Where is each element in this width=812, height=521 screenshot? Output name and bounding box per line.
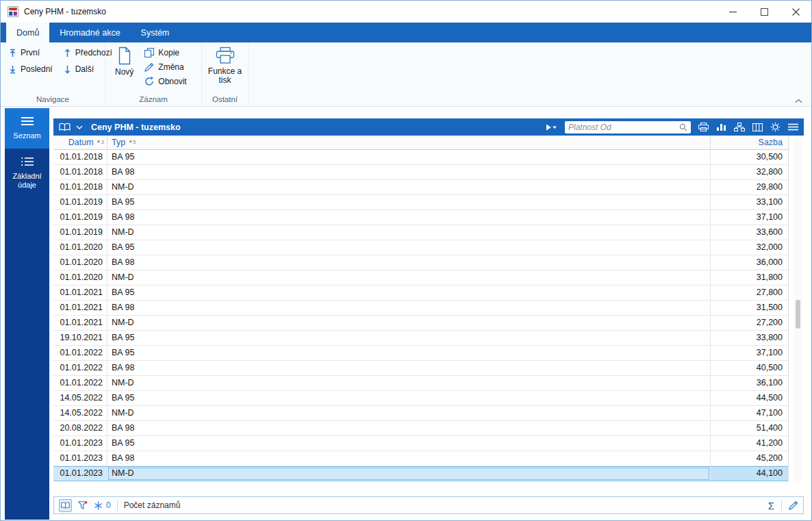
table-row[interactable]: 01.01.2021BA 9831,500 xyxy=(53,301,788,316)
cell-typ[interactable]: BA 95 xyxy=(107,240,710,255)
column-header-sazba[interactable]: Sazba xyxy=(710,136,788,149)
copy-button[interactable]: Kopie xyxy=(144,48,186,58)
cell-datum[interactable]: 01.01.2019 xyxy=(53,195,107,209)
close-button[interactable] xyxy=(780,1,811,23)
table-row[interactable]: 01.01.2020BA 9836,000 xyxy=(53,255,788,270)
cell-sazba[interactable]: 36,100 xyxy=(710,376,788,390)
first-button[interactable]: První xyxy=(9,48,53,58)
cell-sazba[interactable]: 29,800 xyxy=(710,180,788,194)
refresh-button[interactable]: Obnovit xyxy=(144,77,186,86)
cell-typ[interactable]: NM-D xyxy=(107,376,710,390)
cell-sazba[interactable]: 44,500 xyxy=(710,391,788,405)
statusbar-columns-button[interactable] xyxy=(59,499,72,512)
minimize-button[interactable] xyxy=(717,1,748,23)
cell-typ[interactable]: BA 98 xyxy=(107,451,710,466)
cell-typ[interactable]: BA 95 xyxy=(107,391,710,405)
cell-sazba[interactable]: 30,500 xyxy=(710,150,788,164)
cell-datum[interactable]: 01.01.2022 xyxy=(53,346,107,360)
table-row[interactable]: 01.01.2018BA 9832,800 xyxy=(53,165,788,180)
new-button[interactable]: Nový xyxy=(115,47,134,95)
table-row[interactable]: 20.08.2022BA 9851,400 xyxy=(53,421,788,436)
gear-icon[interactable] xyxy=(770,122,781,132)
change-button[interactable]: Změna xyxy=(144,62,186,72)
cell-sazba[interactable]: 31,500 xyxy=(710,301,788,315)
cell-datum[interactable]: 01.01.2021 xyxy=(53,301,107,315)
cell-sazba[interactable]: 47,100 xyxy=(710,406,788,420)
sidebar-item-zakladni-udaje[interactable]: Základní údaje xyxy=(5,149,49,198)
table-row[interactable]: 01.01.2022NM-D36,100 xyxy=(53,376,788,391)
cell-typ[interactable]: BA 95 xyxy=(107,285,710,300)
cell-typ[interactable]: BA 95 xyxy=(107,195,710,209)
table-row[interactable]: 01.01.2021NM-D27,200 xyxy=(53,316,788,331)
table-row[interactable]: 01.01.2020NM-D31,800 xyxy=(53,270,788,285)
cell-datum[interactable]: 14.05.2022 xyxy=(53,391,107,405)
cell-sazba[interactable]: 40,500 xyxy=(710,361,788,375)
cell-sazba[interactable]: 27,200 xyxy=(710,316,788,330)
chevron-down-icon[interactable] xyxy=(76,125,83,129)
table-row[interactable]: 01.01.2018BA 9530,500 xyxy=(53,150,788,165)
cell-typ[interactable]: BA 95 xyxy=(107,436,710,450)
cell-typ[interactable]: BA 98 xyxy=(107,301,710,315)
run-action-icon[interactable] xyxy=(546,124,557,131)
cell-typ[interactable]: BA 95 xyxy=(107,150,710,164)
cell-datum[interactable]: 01.01.2023 xyxy=(53,436,107,450)
chart-icon[interactable] xyxy=(716,123,726,131)
search-input[interactable] xyxy=(568,123,679,132)
cell-typ[interactable]: NM-D xyxy=(107,406,710,420)
columns-icon[interactable] xyxy=(752,123,763,131)
vertical-scrollbar[interactable] xyxy=(794,136,802,481)
cell-sazba[interactable]: 45,200 xyxy=(710,451,788,466)
table-row[interactable]: 14.05.2022BA 9544,500 xyxy=(53,391,788,406)
tab-hromadne-akce[interactable]: Hromadné akce xyxy=(49,23,130,42)
cell-sazba[interactable]: 36,000 xyxy=(710,255,788,270)
cell-sazba[interactable]: 44,100 xyxy=(710,467,788,481)
table-row[interactable]: 19.10.2021BA 9533,800 xyxy=(53,331,788,346)
cell-typ[interactable]: NM-D xyxy=(107,467,710,481)
cell-sazba[interactable]: 27,800 xyxy=(710,285,788,300)
structure-icon[interactable] xyxy=(734,123,745,131)
cell-typ[interactable]: NM-D xyxy=(107,270,710,285)
table-row[interactable]: 01.01.2023BA 9845,200 xyxy=(53,451,788,466)
cell-sazba[interactable]: 31,800 xyxy=(710,270,788,285)
cell-sazba[interactable]: 33,800 xyxy=(710,331,788,345)
scrollbar-thumb[interactable] xyxy=(796,300,800,329)
cell-datum[interactable]: 01.01.2019 xyxy=(53,225,107,240)
cell-datum[interactable]: 20.08.2022 xyxy=(53,421,107,435)
menu-icon[interactable] xyxy=(788,123,798,131)
tab-domu[interactable]: Domů xyxy=(6,23,49,42)
cell-datum[interactable]: 01.01.2022 xyxy=(53,376,107,390)
cell-typ[interactable]: BA 98 xyxy=(107,210,710,225)
cell-sazba[interactable]: 33,100 xyxy=(710,195,788,209)
table-row[interactable]: 01.01.2019BA 9837,100 xyxy=(53,210,788,225)
cell-datum[interactable]: 01.01.2020 xyxy=(53,255,107,270)
table-row[interactable]: 01.01.2018NM-D29,800 xyxy=(53,180,788,195)
cell-datum[interactable]: 01.01.2020 xyxy=(53,240,107,255)
cell-datum[interactable]: 01.01.2020 xyxy=(53,270,107,285)
ribbon-collapse-chevron-icon[interactable] xyxy=(795,99,802,103)
maximize-button[interactable] xyxy=(748,1,780,23)
cell-datum[interactable]: 19.10.2021 xyxy=(53,331,107,345)
cell-typ[interactable]: BA 95 xyxy=(107,331,710,345)
cell-sazba[interactable]: 51,400 xyxy=(710,421,788,435)
cell-typ[interactable]: BA 98 xyxy=(107,361,710,375)
table-row[interactable]: 01.01.2019NM-D33,600 xyxy=(53,225,788,240)
edit-pencil-icon[interactable] xyxy=(789,500,798,510)
cell-datum[interactable]: 01.01.2023 xyxy=(53,451,107,466)
cell-datum[interactable]: 01.01.2018 xyxy=(53,180,107,194)
cell-sazba[interactable]: 41,200 xyxy=(710,436,788,450)
cell-typ[interactable]: NM-D xyxy=(107,316,710,330)
column-header-typ[interactable]: Typ ▲5 xyxy=(107,136,710,149)
table-row[interactable]: 01.01.2023NM-D44,100 xyxy=(53,466,788,481)
snowflake-icon[interactable] xyxy=(94,501,103,510)
last-button[interactable]: Poslední xyxy=(9,64,53,74)
cell-sazba[interactable]: 37,100 xyxy=(710,346,788,360)
functions-print-button[interactable]: Funkce a tisk xyxy=(206,47,244,95)
table-row[interactable]: 01.01.2021BA 9527,800 xyxy=(53,285,788,301)
cell-typ[interactable]: BA 98 xyxy=(107,165,710,179)
tab-system[interactable]: Systém xyxy=(131,23,180,42)
table-row[interactable]: 01.01.2022BA 9537,100 xyxy=(53,346,788,361)
cell-datum[interactable]: 01.01.2019 xyxy=(53,210,107,225)
cell-sazba[interactable]: 37,100 xyxy=(710,210,788,225)
cell-typ[interactable]: BA 98 xyxy=(107,421,710,435)
table-row[interactable]: 01.01.2019BA 9533,100 xyxy=(53,195,788,210)
